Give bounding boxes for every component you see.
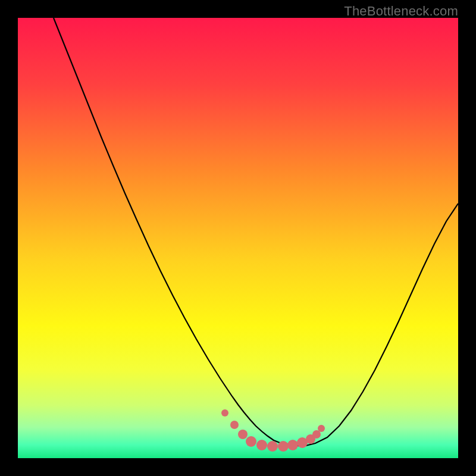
marker-dot bbox=[256, 440, 267, 450]
bottleneck-plot bbox=[18, 18, 458, 458]
marker-dot bbox=[230, 421, 239, 429]
marker-dot bbox=[246, 436, 256, 447]
marker-dot bbox=[318, 425, 325, 432]
marker-dot bbox=[221, 409, 228, 416]
marker-dot bbox=[238, 430, 248, 439]
heat-gradient-bg bbox=[18, 18, 458, 458]
marker-dot bbox=[267, 441, 278, 452]
marker-dot bbox=[287, 440, 298, 450]
watermark-text: TheBottleneck.com bbox=[344, 4, 458, 19]
marker-dot bbox=[278, 441, 289, 452]
chart-frame bbox=[18, 18, 458, 458]
